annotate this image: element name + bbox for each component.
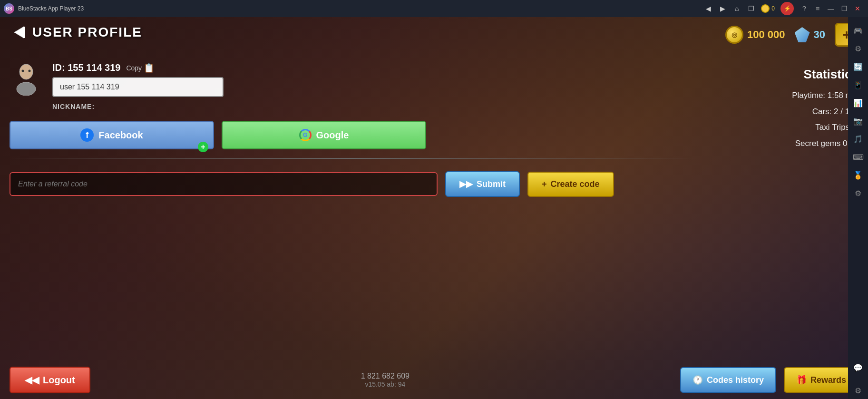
user-id-row: ID: 155 114 319 Copy 📋 [52, 62, 224, 73]
create-code-button[interactable]: + Create code [527, 172, 614, 197]
taxi-trips-stat: Taxi Trips: 0 [706, 121, 858, 134]
svg-point-3 [17, 82, 36, 96]
svg-point-2 [20, 64, 33, 79]
copy-id-button[interactable]: Copy 📋 [126, 63, 154, 73]
codes-history-label: Codes history [707, 375, 764, 385]
back-button[interactable] [10, 23, 29, 42]
avatar [10, 62, 43, 96]
cars-stat: Cars: 2 / 124 [706, 106, 858, 118]
facebook-label: Facebook [98, 130, 143, 141]
facebook-plus-badge: + [198, 142, 208, 152]
divider [10, 158, 697, 159]
logout-button[interactable]: ◀◀ Logout [10, 367, 90, 393]
nav-home-button[interactable]: ⌂ [731, 2, 743, 15]
maximize-button[interactable]: ❐ [838, 3, 851, 14]
user-id-text: ID: 155 114 319 [52, 62, 120, 73]
left-panel: ID: 155 114 319 Copy 📋 NICKNAME: f Faceb… [10, 62, 697, 361]
sidebar-discord-icon[interactable]: 💬 [849, 359, 867, 376]
avatar-area [10, 62, 43, 96]
sidebar-icon-1[interactable]: 🎮 [849, 22, 867, 39]
version-info: v15.05 ab: 94 [98, 380, 673, 388]
diamond-icon [795, 27, 810, 42]
sidebar-settings-icon[interactable]: ⚙ [849, 382, 867, 399]
bottom-center: 1 821 682 609 v15.05 ab: 94 [98, 372, 673, 388]
sidebar-icon-4[interactable]: 📱 [849, 76, 867, 93]
rewards-button[interactable]: 🎁 Rewards [784, 367, 858, 393]
titlebar-icon2: ⚡ [780, 2, 794, 15]
close-button[interactable]: ✕ [851, 3, 864, 14]
svg-marker-0 [14, 27, 24, 38]
topbar-right: ◎ 100 000 30 + [725, 23, 858, 47]
nickname-input[interactable] [52, 77, 224, 97]
nav-forward-button[interactable]: ▶ [716, 2, 729, 15]
create-code-icon: + [542, 179, 547, 189]
diamond-amount: 30 [814, 29, 825, 41]
nickname-label: NICKNAME: [52, 103, 224, 110]
titlebar-nav: ◀ ▶ ⌂ ❐ [702, 2, 757, 15]
gold-coin-icon: ◎ [725, 26, 743, 44]
titlebar: BS BlueStacks App Player 23 ◀ ▶ ⌂ ❐ 0 ⚡ … [0, 0, 868, 17]
playtime-stat: Playtime: 1:58 min [706, 89, 858, 102]
copy-label: Copy [126, 64, 142, 72]
game-area: USER PROFILE ◎ 100 000 30 + [0, 17, 868, 399]
titlebar-coin-display: 0 [761, 4, 775, 13]
logout-icon: ◀◀ [25, 374, 39, 386]
game-topbar: USER PROFILE ◎ 100 000 30 + [0, 17, 868, 65]
right-panel: Statistics Playtime: 1:58 min Cars: 2 / … [706, 62, 858, 361]
bottom-right: 🕐 Codes history 🎁 Rewards [680, 367, 858, 393]
help-button[interactable]: ? [798, 3, 811, 14]
diamond-display: 30 [795, 27, 825, 42]
social-row: f Facebook + G Google [10, 121, 697, 149]
svg-rect-1 [23, 27, 25, 38]
google-label: Google [316, 130, 349, 141]
gold-amount: 100 000 [747, 29, 785, 41]
statistics-title: Statistics [706, 67, 858, 82]
profile-info: ID: 155 114 319 Copy 📋 NICKNAME: [52, 62, 224, 110]
bluestacks-sidebar: 🎮 ⚙ 🔄 📱 📊 📷 🎵 ⌨ 🏅 ⚙ 💬 ⚙ [848, 17, 868, 399]
codes-history-button[interactable]: 🕐 Codes history [680, 367, 776, 393]
submit-icon: ▶▶ [459, 179, 473, 189]
sidebar-icon-8[interactable]: ⌨ [849, 148, 867, 165]
referral-code-input[interactable] [10, 172, 438, 196]
sidebar-icon-9[interactable]: 🏅 [849, 166, 867, 184]
facebook-icon: f [80, 128, 94, 142]
sidebar-icon-3[interactable]: 🔄 [849, 58, 867, 75]
submit-label: Submit [477, 179, 506, 189]
sidebar-icon-6[interactable]: 📷 [849, 112, 867, 129]
page-title: USER PROFILE [32, 25, 142, 40]
google-button[interactable]: G Google [222, 121, 426, 149]
codes-history-icon: 🕐 [692, 375, 703, 385]
gold-display: ◎ 100 000 [725, 26, 785, 44]
sidebar-icon-10[interactable]: ⚙ [849, 185, 867, 202]
bottom-bar: ◀◀ Logout 1 821 682 609 v15.05 ab: 94 🕐 … [0, 361, 868, 399]
rewards-label: Rewards [810, 375, 846, 385]
sidebar-icon-2[interactable]: ⚙ [849, 40, 867, 57]
referral-row: ▶▶ Submit + Create code [10, 171, 697, 197]
player-count: 1 821 682 609 [98, 372, 673, 380]
copy-icon: 📋 [144, 63, 154, 73]
svg-point-5 [29, 70, 31, 72]
sidebar-icon-7[interactable]: 🎵 [849, 130, 867, 147]
profile-row: ID: 155 114 319 Copy 📋 NICKNAME: [10, 62, 697, 110]
back-nav: USER PROFILE [10, 23, 142, 42]
bluestacks-logo: BS [4, 3, 14, 14]
menu-button[interactable]: ≡ [811, 3, 824, 14]
nav-back-button[interactable]: ◀ [702, 2, 714, 15]
rewards-icon: 🎁 [796, 375, 807, 385]
facebook-button[interactable]: f Facebook + [10, 121, 214, 149]
google-icon: G [299, 129, 312, 141]
logout-label: Logout [43, 375, 75, 386]
coin-icon [761, 4, 770, 13]
minimize-button[interactable]: — [824, 3, 838, 14]
coin-count: 0 [771, 5, 775, 12]
nav-tab-button[interactable]: ❐ [745, 2, 757, 15]
main-content: ID: 155 114 319 Copy 📋 NICKNAME: f Faceb… [10, 62, 858, 361]
titlebar-title: BlueStacks App Player 23 [18, 5, 702, 12]
create-code-label: Create code [551, 179, 600, 189]
secret-gems-stat: Secret gems 0 / ? [706, 137, 858, 150]
svg-point-4 [22, 70, 24, 72]
submit-button[interactable]: ▶▶ Submit [445, 171, 520, 197]
sidebar-icon-5[interactable]: 📊 [849, 94, 867, 111]
